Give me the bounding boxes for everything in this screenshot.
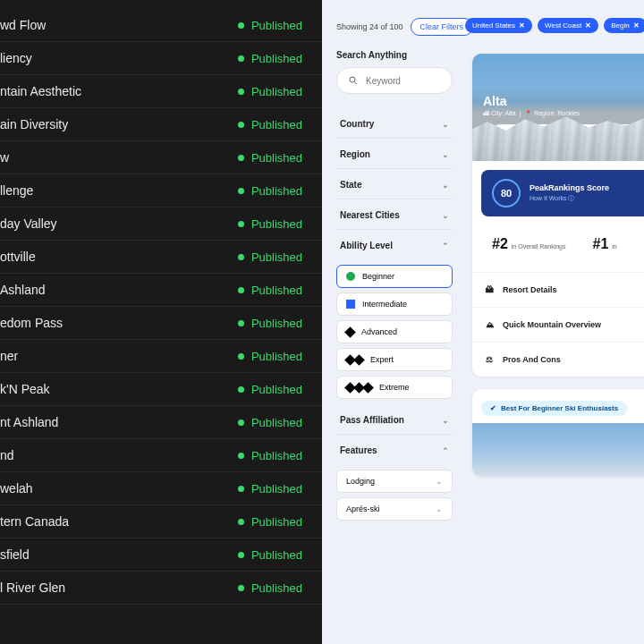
ability-extreme[interactable]: Extreme [336,376,453,399]
score-value: 80 [492,179,521,208]
status-text: Published [251,184,302,198]
features-list: Lodging⌄Aprés-ski⌄ [336,464,453,526]
rankings: #2in Overall Rankings #1in [481,225,644,263]
scales-icon: ⚖ [483,353,496,366]
table-row[interactable]: llengePublished [0,174,322,208]
status: Published [238,217,302,231]
ability-advanced[interactable]: Advanced [336,320,453,343]
row-name: edom Pass [0,316,63,330]
status-text: Published [251,449,302,462]
ability-expert[interactable]: Expert [336,348,453,371]
close-icon[interactable]: ✕ [519,21,525,30]
how-it-works-link[interactable]: How It Works ⓘ [530,194,609,203]
row-name: wd Flow [0,18,46,32]
status-dot-icon [238,486,244,492]
svg-point-0 [350,77,355,82]
resort-details-row[interactable]: 🏔Resort Details [472,272,644,307]
status: Published [238,184,302,198]
table-row[interactable]: sfieldPublished [0,538,322,572]
table-row[interactable]: l River GlenPublished [0,572,322,605]
status: Published [238,19,302,32]
status-dot-icon [238,320,244,326]
table-row[interactable]: day ValleyPublished [0,208,322,241]
filter-chip[interactable]: West Coast✕ [538,18,598,33]
table-row[interactable]: k'N PeakPublished [0,373,322,406]
filter-ability-level[interactable]: Ability Level⌃ [336,232,453,259]
chevron-down-icon: ⌄ [442,211,449,220]
status: Published [238,317,302,330]
row-name: ner [0,349,18,363]
filter-chip[interactable]: Begin✕ [604,18,644,33]
status: Published [238,118,302,131]
status: Published [238,581,302,595]
close-icon[interactable]: ✕ [585,21,591,30]
row-name: day Valley [0,216,57,231]
table-row[interactable]: tern CanadaPublished [0,505,322,538]
status-text: Published [251,52,302,65]
difficulty-icon [346,384,372,392]
status: Published [238,548,302,562]
status: Published [238,416,302,429]
status: Published [238,284,302,297]
status-dot-icon [238,453,244,459]
table-row[interactable]: liencyPublished [0,42,322,75]
status-dot-icon [238,89,244,95]
table-row[interactable]: nt AshlandPublished [0,406,322,439]
search-icon [348,75,359,86]
ability-beginner[interactable]: Beginner [336,265,453,288]
status-text: Published [251,217,302,231]
filter-features[interactable]: Features⌃ [336,436,453,464]
see-full-review-button[interactable]: See Full Review [491,124,640,143]
row-name: nt Ashland [0,415,58,429]
table-row[interactable]: AshlandPublished [0,274,322,307]
table-row[interactable]: wPublished [0,141,322,174]
status: Published [238,350,302,363]
best-for-badge: ✔Best For Beginner Ski Enthusiasts [481,401,627,416]
search-box[interactable] [336,67,453,94]
pros-cons-row[interactable]: ⚖Pros And Cons [472,342,644,377]
chevron-up-icon: ⌃ [442,242,449,250]
status: Published [238,250,302,264]
table-row[interactable]: ndPublished [0,439,322,472]
status-dot-icon [238,155,244,161]
ability-intermediate[interactable]: Intermediate [336,292,453,316]
filter-chip[interactable]: United States✕ [465,18,532,33]
status-dot-icon [238,55,244,62]
chevron-down-icon: ⌄ [442,416,449,425]
chevron-down-icon: ⌄ [436,477,443,486]
table-row[interactable]: ottvillePublished [0,241,322,274]
mountain-icon: ⛰ [483,318,496,331]
filter-chips: United States✕West Coast✕Begin✕ [465,18,644,33]
table-row[interactable]: ain DiversityPublished [0,108,322,141]
clear-filters-button[interactable]: Clear Filters [411,18,474,36]
chevron-down-icon: ⌄ [442,181,449,190]
feature-lodging[interactable]: Lodging⌄ [336,470,453,493]
filter-state[interactable]: State⌄ [336,171,453,199]
resort-icon: 🏔 [483,284,496,296]
row-name: l River Glen [0,580,65,595]
filter-region[interactable]: Region⌄ [336,140,453,169]
filter-country[interactable]: Country⌄ [336,110,453,139]
feature-aprsski[interactable]: Aprés-ski⌄ [336,497,453,521]
close-icon[interactable]: ✕ [633,21,640,30]
row-name: w [0,150,9,165]
table-row[interactable]: edom PassPublished [0,307,322,340]
status-text: Published [251,118,302,131]
mountain-overview-row[interactable]: ⛰Quick Mountain Overview [472,307,644,342]
table-row[interactable]: nerPublished [0,340,322,373]
table-row[interactable]: ntain AestheticPublished [0,75,322,108]
resort-overlay: Alta 🏙 City: Alta | 📍 Region: Rockies Se… [472,87,644,161]
status-text: Published [251,383,302,396]
filter-pass-affiliation[interactable]: Pass Affiliation⌄ [336,406,453,435]
table-row[interactable]: welahPublished [0,472,322,505]
status: Published [238,449,302,462]
search-input[interactable] [366,76,437,86]
best-for-card: ✔Best For Beginner Ski Enthusiasts [472,389,644,477]
table-row[interactable]: wd FlowPublished [0,9,322,42]
right-panel: Showing 24 of 100 Clear Filters United S… [322,0,644,644]
status: Published [238,383,302,396]
filter-nearest-cities[interactable]: Nearest Cities⌄ [336,201,453,230]
status-text: Published [251,416,302,429]
chevron-up-icon: ⌃ [442,446,449,455]
best-for-image [472,423,644,477]
